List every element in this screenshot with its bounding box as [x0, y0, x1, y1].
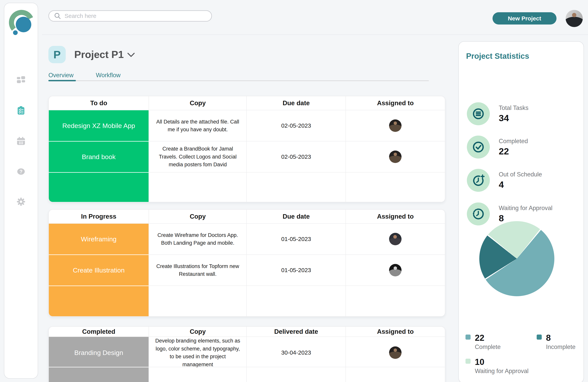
arc-logo-icon: [7, 9, 36, 38]
legend-swatch: [465, 359, 471, 364]
topbar-divider: [42, 34, 588, 35]
stat-value: 8: [499, 213, 552, 223]
delivered-date-cell-empty: [246, 367, 345, 382]
legend-label: Waiting for Approval: [475, 368, 537, 375]
search-input[interactable]: [64, 13, 191, 19]
page-title[interactable]: Project P1: [74, 49, 124, 60]
copy-cell-empty: [148, 172, 246, 202]
assignee-avatar: [389, 233, 401, 245]
stat-total-tasks: Total Tasks 34: [467, 102, 528, 125]
copy-cell: All Details are the attached file. Call …: [148, 110, 246, 141]
chevron-down-icon[interactable]: [127, 52, 135, 58]
sidebar-item-settings[interactable]: [4, 197, 38, 206]
copy-cell: Create a BrandBook for Jamal Travels. Co…: [148, 141, 246, 172]
legend-label: Incomplete: [546, 343, 577, 350]
column-header: Assigned to: [346, 96, 445, 110]
search-icon: [54, 12, 61, 20]
sidebar-item-calendar[interactable]: [4, 137, 38, 146]
task-cell[interactable]: Redesign XZ Mobile App: [49, 110, 148, 141]
stat-label: Out of Schedule: [499, 171, 542, 178]
legend-label: Complete: [475, 343, 537, 350]
stat-value: 22: [499, 146, 528, 157]
column-header: Due date: [246, 96, 345, 110]
assigned-cell: [346, 223, 445, 255]
task-cell[interactable]: Wireframing: [49, 223, 148, 255]
assigned-cell: [346, 141, 445, 172]
gear-icon: [17, 197, 25, 206]
sidebar-item-dashboard[interactable]: [4, 75, 38, 85]
stat-label: Total Tasks: [499, 105, 528, 111]
active-tab-underline: [48, 80, 76, 81]
table-row: Create Illustration Create Illustrations…: [49, 255, 445, 286]
assignee-avatar: [389, 264, 401, 276]
user-avatar[interactable]: [566, 10, 583, 27]
task-cell[interactable]: Create Illustration: [49, 255, 148, 286]
copy-cell: Create Wireframe for Doctors App. Both L…: [148, 223, 246, 255]
column-header: Completed: [49, 327, 148, 337]
due-date-cell-empty: [246, 172, 345, 202]
tabs-divider: [48, 80, 429, 81]
column-header: Due date: [246, 210, 345, 223]
table-row-empty: [49, 172, 445, 202]
todo-header-row: To do Copy Due date Assigned to: [49, 96, 445, 110]
column-header: Delivered date: [246, 327, 345, 337]
column-header: Copy: [148, 96, 246, 110]
legend-swatch: [537, 335, 542, 340]
task-cell[interactable]: Branding Design: [49, 337, 148, 368]
app-logo: [7, 9, 36, 38]
assigned-cell-empty: [346, 367, 445, 382]
sidebar-item-tasks[interactable]: [4, 106, 38, 115]
task-cell-empty[interactable]: [49, 367, 148, 382]
column-header: Assigned to: [346, 210, 445, 223]
clock-wait-icon: [467, 202, 490, 225]
table-row: Branding Design Develop branding element…: [49, 337, 445, 367]
assigned-cell-empty: [346, 172, 445, 202]
task-cell-empty[interactable]: [49, 286, 148, 316]
clock-plus-icon: [467, 169, 490, 192]
completed-header-row: Completed Copy Delivered date Assigned t…: [49, 327, 445, 337]
tab-overview[interactable]: Overview: [48, 72, 74, 79]
task-cell-empty[interactable]: [49, 172, 148, 202]
assigned-cell: [346, 255, 445, 286]
legend-value: 22: [475, 333, 537, 343]
copy-cell: Develop branding elements, such as logo,…: [148, 337, 246, 368]
project-badge: P: [48, 46, 66, 63]
stat-value: 4: [499, 179, 542, 190]
stat-completed: Completed 22: [467, 136, 528, 159]
column-header: Assigned to: [346, 327, 445, 337]
column-header: Copy: [148, 210, 246, 223]
assigned-cell: [346, 110, 445, 141]
calendar-icon: [17, 137, 25, 146]
legend-item-incomplete: 8 Incomplete: [537, 333, 577, 350]
stat-label: Waiting for Approval: [499, 205, 552, 212]
due-date-cell: 01-05-2023: [246, 255, 345, 286]
project-statistics-panel: Project Statistics Total Tasks 34 Comple…: [458, 41, 584, 382]
legend-swatch: [465, 335, 471, 340]
task-cell[interactable]: Brand book: [49, 141, 148, 172]
due-date-cell: 01-05-2023: [246, 223, 345, 255]
table-row-empty: [49, 286, 445, 316]
sidebar: ?: [4, 3, 38, 379]
copy-cell-empty: [148, 367, 246, 382]
tab-workflow[interactable]: Workflow: [96, 72, 121, 79]
check-circle-icon: [467, 136, 490, 159]
legend-item-waiting: 10 Waiting for Approval: [465, 357, 537, 375]
assignee-avatar: [389, 119, 401, 132]
in-progress-table: In Progress Copy Due date Assigned to Wi…: [48, 209, 445, 317]
table-row: Brand book Create a BrandBook for Jamal …: [49, 141, 445, 172]
copy-cell: Create Illustrations for Topform new Res…: [148, 255, 246, 286]
todo-table: To do Copy Due date Assigned to Redesign…: [48, 96, 445, 202]
due-date-cell-empty: [246, 286, 345, 316]
column-header: Copy: [148, 327, 246, 337]
new-project-button[interactable]: New Project: [493, 12, 556, 24]
sidebar-item-help[interactable]: ?: [4, 167, 38, 176]
table-row-empty: [49, 367, 445, 382]
list-circle-icon: [467, 102, 490, 125]
statistics-title: Project Statistics: [466, 52, 529, 61]
tasks-clipboard-icon: [17, 106, 25, 115]
assignee-avatar: [389, 346, 401, 359]
assigned-cell: [346, 337, 445, 368]
table-row: Wireframing Create Wireframe for Doctors…: [49, 223, 445, 255]
assignee-avatar: [389, 150, 401, 163]
search-box[interactable]: [48, 10, 212, 21]
